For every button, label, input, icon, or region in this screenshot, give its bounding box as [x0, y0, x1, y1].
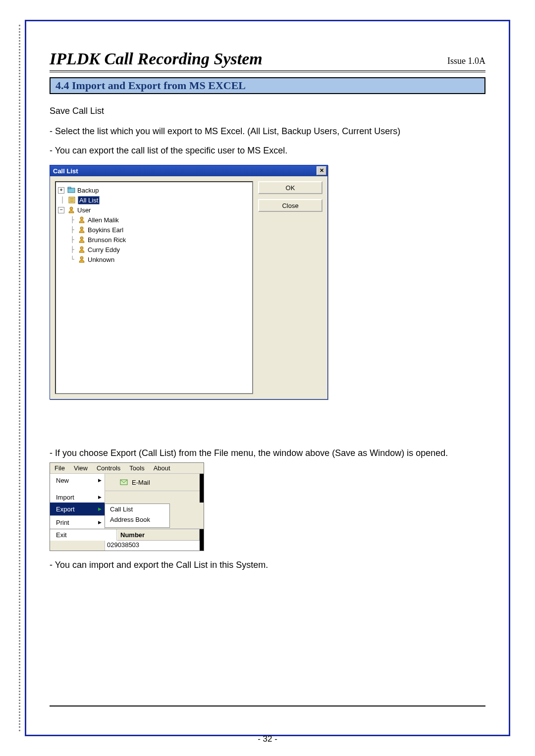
person-icon — [78, 246, 86, 253]
menu-exit[interactable]: Exit — [50, 529, 117, 541]
close-button[interactable]: Close — [258, 199, 322, 212]
menu-row-1: New ▶ E-Mail — [50, 474, 204, 491]
submenu-arrow-icon: ▶ — [98, 495, 102, 500]
list-icon — [68, 196, 76, 204]
menubar-view[interactable]: View — [69, 463, 92, 473]
export-submenu: Call List Address Book — [105, 504, 170, 528]
person-icon — [78, 216, 86, 224]
page-number: - 32 - — [0, 734, 535, 744]
tree-view[interactable]: + Backup │ All List − — [55, 181, 253, 394]
menu-item-label: New — [56, 477, 69, 484]
submenu-address-book[interactable]: Address Book — [105, 514, 169, 525]
tree-label: Curry Eddy — [88, 246, 120, 253]
menu-new[interactable]: New ▶ — [50, 474, 105, 487]
dialog-title-bar[interactable]: Call List ✕ — [50, 165, 327, 176]
submenu-arrow-icon: ▶ — [98, 520, 102, 525]
svg-point-10 — [80, 247, 83, 250]
menu-item-label: Import — [56, 494, 74, 501]
document-header: IPLDK Call Recording System Issue 1.0A — [50, 50, 485, 72]
instruction-2: - You can export the call list of the sp… — [50, 146, 485, 156]
menu-row-2: Import ▶ — [50, 491, 204, 503]
file-menu-figure: File View Controls Tools About New ▶ — [50, 462, 204, 551]
svg-point-7 — [80, 217, 83, 220]
number-column-header: Number — [117, 529, 200, 541]
menu-row-export: Export ▶ Print ▶ Call List Address Book — [50, 503, 204, 529]
exit-number-row: Exit Number — [50, 529, 204, 541]
instruction-1: - Select the list which you will export … — [50, 126, 485, 137]
tree-label-selected: All List — [78, 196, 100, 204]
data-row: 029038503 — [50, 541, 204, 551]
tree-label: Unknown — [88, 256, 114, 263]
svg-rect-1 — [68, 187, 71, 189]
content-area: IPLDK Call Recording System Issue 1.0A 4… — [50, 50, 485, 702]
email-label: E-Mail — [132, 479, 150, 486]
tree-node-user-item[interactable]: ├ Curry Eddy — [58, 245, 250, 254]
user-group-icon — [67, 206, 75, 214]
dialog-body: + Backup │ All List − — [50, 176, 327, 399]
tree-label: User — [77, 206, 91, 214]
tree-label: Backup — [77, 187, 99, 194]
menu-bar[interactable]: File View Controls Tools About — [50, 463, 204, 474]
grid-edge — [200, 541, 204, 551]
doc-title: IPLDK Call Recording System — [50, 50, 263, 68]
row-header-cell — [50, 541, 105, 551]
footer-rule — [50, 706, 485, 706]
number-value-cell: 029038503 — [105, 541, 200, 551]
svg-point-11 — [80, 256, 83, 259]
doc-issue: Issue 1.0A — [447, 56, 485, 68]
grid-edge — [200, 491, 204, 503]
submenu-call-list[interactable]: Call List — [105, 504, 169, 514]
menu-import[interactable]: Import ▶ — [50, 491, 105, 504]
menu-print[interactable]: Print ▶ — [50, 515, 105, 529]
ok-button[interactable]: OK — [258, 181, 322, 194]
menubar-file[interactable]: File — [50, 463, 69, 473]
menu-item-label: Export — [56, 505, 75, 513]
tree-label: Boykins Earl — [88, 226, 123, 234]
svg-point-8 — [80, 227, 83, 230]
email-toolbar-button[interactable]: E-Mail — [105, 474, 200, 491]
close-icon[interactable]: ✕ — [317, 166, 326, 175]
menu-item-label: Print — [56, 519, 69, 526]
tree-node-user-item[interactable]: └ Unknown — [58, 254, 250, 264]
tree-node-all-list[interactable]: │ All List — [58, 195, 250, 205]
dialog-title: Call List — [53, 167, 78, 175]
menu-export[interactable]: Export ▶ — [50, 503, 105, 515]
section-heading-text: 4.4 Import and Export from MS EXCEL — [55, 79, 246, 92]
person-icon — [78, 236, 86, 244]
menubar-about[interactable]: About — [149, 463, 175, 473]
person-icon — [78, 226, 86, 234]
dialog-button-column: OK Close — [253, 181, 322, 394]
svg-point-6 — [70, 207, 73, 210]
svg-point-9 — [80, 237, 83, 240]
menubar-tools[interactable]: Tools — [125, 463, 149, 473]
section-heading-bar: 4.4 Import and Export from MS EXCEL — [50, 77, 485, 94]
tree-node-user-item[interactable]: ├ Boykins Earl — [58, 225, 250, 235]
collapse-icon[interactable]: − — [58, 207, 64, 213]
expand-icon[interactable]: + — [58, 187, 64, 194]
tree-connector: │ — [58, 197, 67, 203]
menubar-controls[interactable]: Controls — [92, 463, 125, 473]
page: IPLDK Call Recording System Issue 1.0A 4… — [0, 0, 535, 756]
instruction-3: - If you choose Export (Call List) from … — [50, 448, 485, 458]
grid-edge — [200, 474, 204, 491]
spiral-binding — [19, 25, 20, 731]
instruction-4: - You can import and export the Call Lis… — [50, 560, 485, 570]
submenu-arrow-icon: ▶ — [98, 478, 102, 483]
call-list-dialog: Call List ✕ + Backup │ — [50, 165, 328, 400]
submenu-arrow-icon: ▶ — [98, 506, 102, 511]
folder-icon — [67, 186, 75, 194]
tree-label: Allen Malik — [88, 216, 119, 224]
tree-node-user[interactable]: − User — [58, 205, 250, 215]
tree-node-user-item[interactable]: ├ Brunson Rick — [58, 235, 250, 245]
page-number-text: - 32 - — [258, 734, 277, 744]
save-call-list-heading: Save Call List — [50, 106, 485, 116]
tree-label: Brunson Rick — [88, 236, 126, 244]
grid-edge — [200, 529, 204, 541]
tree-node-backup[interactable]: + Backup — [58, 185, 250, 195]
person-icon — [78, 255, 86, 263]
tree-node-user-item[interactable]: ├ Allen Malik — [58, 215, 250, 225]
email-icon — [120, 478, 128, 486]
